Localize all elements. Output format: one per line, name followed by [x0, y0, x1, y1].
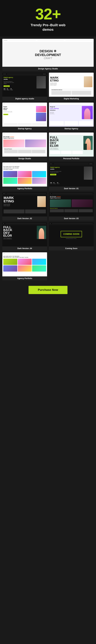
demo-coming-soon[interactable]: COMING SOON Something amazing is coming.…: [49, 222, 94, 250]
demo-thumb-startup2: MagicalAxiro StartupSolution Brand Strat…: [49, 102, 94, 127]
demo-thumb-dark4: FULLBACKDEVELOR I CRAFT WONDERFULDIGITAL…: [2, 222, 47, 246]
mock-nav-digital: [2, 72, 47, 76]
demo-dark4[interactable]: FULLBACKDEVELOR I CRAFT WONDERFULDIGITAL…: [2, 222, 47, 250]
hero-number: 32+: [3, 6, 93, 22]
demo-label-agency2: Agency Portfolio: [2, 276, 47, 280]
demo-dark2[interactable]: MARKETING WE ARE LEADINGMARKETING ANDDIG…: [2, 192, 47, 220]
demo-portfolio[interactable]: FULLBACKDEVELOR I CRAFT WONDERFULDIGITAL…: [49, 132, 94, 160]
demo-design-studio[interactable]: We Design Unique Digital Experience Sele…: [2, 132, 47, 160]
demo-label-design-studio: Design Studio: [2, 156, 47, 160]
portfolio-hero-image: [83, 136, 93, 150]
demo-label-dark1: Dark Version .01: [49, 186, 94, 190]
demo-thumb-dark1: Digital agencystudio We create the poten…: [49, 162, 94, 186]
mock-nav-dark2: [2, 192, 47, 195]
dark4-hero-image: [37, 226, 46, 239]
marketing-hero: MARKETING WE ARE LEADINGMARKETING ANDDIG…: [49, 75, 94, 88]
demo-agency2[interactable]: WE WORK WITH TOP BRANDSAND INDUSTRY & WE…: [2, 252, 47, 280]
hero-section: 32+ Trendy Pre–Built web demos: [0, 0, 96, 36]
demo-thumb-startup1: Digitalagencystudio We create the potent…: [2, 102, 47, 127]
mock-nav-dark4: [2, 222, 47, 225]
dark2-hero-image: [37, 196, 46, 207]
demo-label-digital: Digital agency studio: [2, 97, 47, 101]
demo-label-startup1: Startup Agency: [2, 127, 47, 131]
demo-design-agency-studio[interactable]: DESIGN ✳ DEVELOPMENT CRAFT Design Agency…: [2, 39, 94, 71]
mock-nav-agency: [2, 162, 47, 165]
demo-label-marketing: Digital Marketing: [49, 97, 94, 101]
demo-marketing[interactable]: MARKETING WE ARE LEADINGMARKETING ANDDIG…: [49, 72, 94, 101]
demo-startup2[interactable]: MagicalAxiro StartupSolution Brand Strat…: [49, 102, 94, 131]
demo-label-startup2: Startup Agency: [49, 127, 94, 131]
demo-label-agency: Agency Portfolio: [2, 186, 47, 190]
mock-nav-dark3: [49, 192, 94, 195]
demo-label-portfolio: Personal Portfolio: [49, 156, 94, 160]
coming-soon-text: COMING SOON: [61, 231, 82, 237]
das-body: DESIGN ✳ DEVELOPMENT CRAFT: [2, 42, 94, 67]
demo-thumb-agency: WE WORK WITH TOP BRANDSAND INDUSTRY & WE…: [2, 162, 47, 186]
mock-nav-startup1: [2, 102, 47, 105]
mock-nav-startup2: [49, 102, 94, 105]
demo-thumb-agency2: WE WORK WITH TOP BRANDSAND INDUSTRY & WE…: [2, 252, 47, 276]
mock-nav-dark1: [49, 162, 94, 165]
demo-label-dark3: Dark Version .03: [49, 216, 94, 220]
demo-label-dark4: Dark Version .04: [2, 246, 47, 250]
demo-agency[interactable]: WE WORK WITH TOP BRANDSAND INDUSTRY & WE…: [2, 162, 47, 190]
mock-nav-agency2: [2, 252, 47, 255]
marketing-hero-image: [84, 76, 92, 87]
demos-grid: DESIGN ✳ DEVELOPMENT CRAFT Design Agency…: [0, 36, 96, 283]
digital-hero-image: [36, 76, 46, 88]
mock-nav-marketing: [49, 72, 94, 75]
startup1-hero-img: [36, 106, 46, 112]
mock-nav-das: [2, 39, 94, 42]
mock-nav-coming: [49, 222, 94, 225]
demo-dark1[interactable]: Digital agencystudio We create the poten…: [49, 162, 94, 190]
demo-digital-agency[interactable]: Digital agencystudio We create the poten…: [2, 72, 47, 101]
demo-thumb-dark2: MARKETING WE ARE LEADINGMARKETING ANDDIG…: [2, 192, 47, 216]
demo-thumb-portfolio: FULLBACKDEVELOR I CRAFT WONDERFULDIGITAL…: [49, 132, 94, 156]
demo-label-dark2: Dark Version .02: [2, 216, 47, 220]
demo-label-das: Design Agency Studio: [2, 67, 94, 71]
demo-label-coming: Coming Soon: [49, 246, 94, 250]
das-title: DESIGN ✳ DEVELOPMENT CRAFT: [35, 49, 61, 60]
demo-thumb-digital: Digital agencystudio We create the poten…: [2, 72, 47, 97]
demo-thumb-das: DESIGN ✳ DEVELOPMENT CRAFT: [2, 39, 94, 67]
demo-dark3[interactable]: We Design Unique Digital Experience Sele…: [49, 192, 94, 220]
demo-thumb-dark3: We Design Unique Digital Experience Sele…: [49, 192, 94, 216]
mock-nav-pf: [49, 132, 94, 135]
hero-subtitle: Trendy Pre–Built web demos: [3, 23, 93, 32]
demo-startup1[interactable]: Digitalagencystudio We create the potent…: [2, 102, 47, 131]
purchase-section: Purchase Now: [0, 283, 96, 297]
demo-thumb-marketing: MARKETING WE ARE LEADINGMARKETING ANDDIG…: [49, 72, 94, 97]
purchase-button[interactable]: Purchase Now: [28, 286, 68, 294]
mock-nav-ds: [2, 132, 47, 135]
demo-thumb-design-studio: We Design Unique Digital Experience Sele…: [2, 132, 47, 156]
dark1-hero-image: [84, 166, 92, 180]
startup2-hero-image: [82, 106, 93, 119]
demo-thumb-coming: COMING SOON Something amazing is coming.…: [49, 222, 94, 246]
